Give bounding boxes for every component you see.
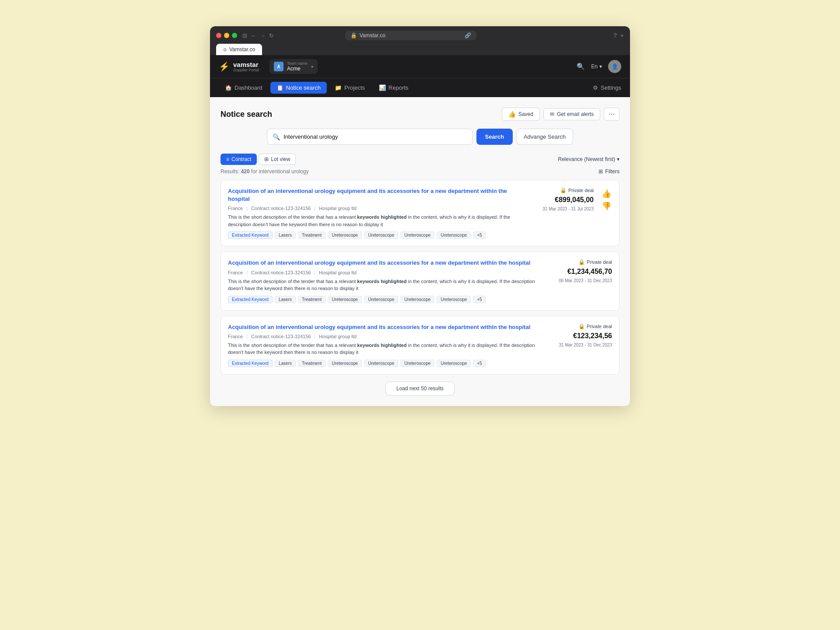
deal-text: Private deal [568, 188, 594, 193]
vote-column: 👍 👎 [601, 187, 612, 239]
settings-button[interactable]: ⚙ Settings [593, 84, 621, 91]
lot-view-button[interactable]: ⊞ Lot view [259, 154, 296, 165]
filters-button[interactable]: ⊞ Filters [598, 168, 620, 175]
result-meta: France | Contract notice-123-324156 | Ho… [228, 206, 517, 211]
lang-chevron-icon: ▾ [599, 63, 602, 70]
tag: Ureteroscope [437, 296, 471, 303]
team-selector[interactable]: A Team name Acme ▾ [270, 59, 318, 74]
fullscreen-dot[interactable] [232, 33, 237, 38]
vamstar-logo-icon: ⚡ [219, 61, 230, 72]
team-avatar: A [274, 62, 284, 71]
email-alerts-label: Get email alerts [557, 111, 594, 117]
advanced-search-button[interactable]: Advange Search [516, 129, 573, 145]
tag: +5 [473, 296, 486, 303]
tag: Ureteroscope [328, 360, 362, 367]
result-company: Hospital group ltd [319, 334, 357, 339]
meta-sep: | [314, 206, 315, 211]
vote-down-button[interactable]: 👎 [601, 200, 612, 212]
private-deal-label: 🔒 Private deal [560, 187, 594, 193]
more-options-button[interactable]: ⋯ [604, 108, 620, 121]
email-alerts-button[interactable]: ✉ Get email alerts [543, 108, 600, 120]
search-input[interactable] [284, 129, 467, 144]
load-more-area: Load next 50 results [220, 382, 620, 396]
sort-label: Relevance (Newest first) [558, 156, 615, 162]
deal-text: Private deal [587, 324, 612, 329]
vote-up-button[interactable]: 👍 [601, 188, 612, 200]
close-dot[interactable] [216, 33, 221, 38]
result-main: Acquisition of an interventional urology… [228, 323, 535, 367]
results-count-number: 420 [241, 168, 250, 175]
filter-icon: ⊞ [598, 168, 603, 175]
settings-label: Settings [601, 84, 621, 91]
result-meta: France | Contract notice-123-324156 | Ho… [228, 270, 535, 275]
tag: Ureteroscope [437, 231, 471, 239]
result-description: This is the short description of the ten… [228, 214, 517, 228]
sort-selector[interactable]: Relevance (Newest first) ▾ [558, 156, 620, 162]
result-description: This is the short description of the ten… [228, 278, 535, 292]
tag: Extracted Keyword [228, 360, 273, 367]
results-count-text: Results: 420 for interventional urology [220, 168, 308, 175]
logo-name: vamstar [233, 61, 259, 68]
results-count-row: Results: 420 for interventional urology … [220, 168, 620, 175]
result-title-1[interactable]: Acquisition of an interventional urology… [228, 187, 517, 203]
result-date-range: 31 Mar 2023 - 31 Jul 2023 [542, 206, 594, 211]
tag: Ureteroscope [400, 231, 434, 239]
contract-view-button[interactable]: ≡ Contract [220, 154, 257, 165]
tag: Treatment [298, 231, 326, 239]
back-icon[interactable]: ← [251, 32, 256, 39]
more-icon: ⋯ [609, 111, 615, 118]
meta-sep: | [314, 270, 315, 275]
browser-window: ⊟ ← → ↻ 🔒 Vamstar.co 🔗 ? + ⊙ Vamstar.co [210, 26, 630, 406]
result-contract-notice: Contract notice-123-324156 [251, 206, 311, 211]
minimize-dot[interactable] [224, 33, 229, 38]
private-deal-label: 🔒 Private deal [578, 323, 612, 329]
browser-chrome: ⊟ ← → ↻ 🔒 Vamstar.co 🔗 ? + ⊙ Vamstar.co [210, 26, 630, 55]
sidebar-item-reports[interactable]: 📊 Reports [373, 82, 415, 94]
result-description: This is the short description of the ten… [228, 342, 535, 356]
lang-label: En [591, 63, 598, 70]
tag: Ureteroscope [364, 231, 398, 239]
sidebar-toggle-icon[interactable]: ⊟ [242, 32, 247, 39]
main-content: Notice search 👍 Saved ✉ Get email alerts… [210, 97, 630, 406]
contract-view-icon: ≡ [226, 156, 229, 162]
browser-dots [216, 33, 237, 38]
search-input-wrap: 🔍 [267, 129, 473, 145]
address-bar[interactable]: 🔒 Vamstar.co 🔗 [345, 31, 476, 40]
sidebar-item-dashboard[interactable]: 🏠 Dashboard [219, 82, 269, 94]
result-card-3: Acquisition of an interventional urology… [220, 316, 620, 374]
new-tab-icon[interactable]: + [620, 32, 624, 39]
team-label: Team name [287, 61, 308, 66]
result-company: Hospital group ltd [319, 206, 357, 211]
result-main: Acquisition of an interventional urology… [228, 187, 517, 239]
search-button[interactable]: Search [476, 129, 513, 145]
result-date-range: 31 Mar 2023 - 31 Dec 2023 [559, 343, 612, 347]
sidebar-item-projects[interactable]: 📁 Projects [329, 82, 371, 94]
tag: Lasers [275, 296, 296, 303]
meta-sep: | [246, 270, 248, 275]
active-tab[interactable]: ⊙ Vamstar.co [216, 44, 262, 55]
result-meta: France | Contract notice-123-324156 | Ho… [228, 334, 535, 339]
sidebar-item-notice-search[interactable]: 📋 Notice search [270, 82, 327, 94]
user-avatar[interactable]: 👤 [608, 60, 621, 73]
result-tags: Extracted KeywordLasersTreatmentUreteros… [228, 360, 535, 367]
load-more-button[interactable]: Load next 50 results [385, 382, 455, 396]
result-card-2: Acquisition of an interventional urology… [220, 252, 620, 310]
search-header-icon[interactable]: 🔍 [577, 63, 585, 70]
help-icon[interactable]: ? [613, 32, 617, 39]
forward-icon[interactable]: → [260, 32, 266, 39]
result-side: 🔒 Private deal €1,234,456,70 06 Mar 2023… [542, 259, 612, 303]
lot-view-label: Lot view [271, 156, 290, 162]
saved-button[interactable]: 👍 Saved [502, 108, 540, 121]
tag: Ureteroscope [364, 296, 398, 303]
result-title-2[interactable]: Acquisition of an interventional urology… [228, 259, 535, 267]
nav-dashboard-label: Dashboard [234, 84, 262, 91]
refresh-icon[interactable]: ↻ [269, 32, 274, 39]
result-title-3[interactable]: Acquisition of an interventional urology… [228, 323, 535, 331]
result-card-1: Acquisition of an interventional urology… [220, 180, 620, 246]
tag: Ureteroscope [437, 360, 471, 367]
result-company: Hospital group ltd [319, 270, 357, 275]
language-selector[interactable]: En ▾ [591, 63, 602, 70]
tab-title: Vamstar.co [229, 46, 255, 52]
tag: Extracted Keyword [228, 296, 273, 303]
thumbs-up-icon: 👍 [508, 111, 516, 118]
